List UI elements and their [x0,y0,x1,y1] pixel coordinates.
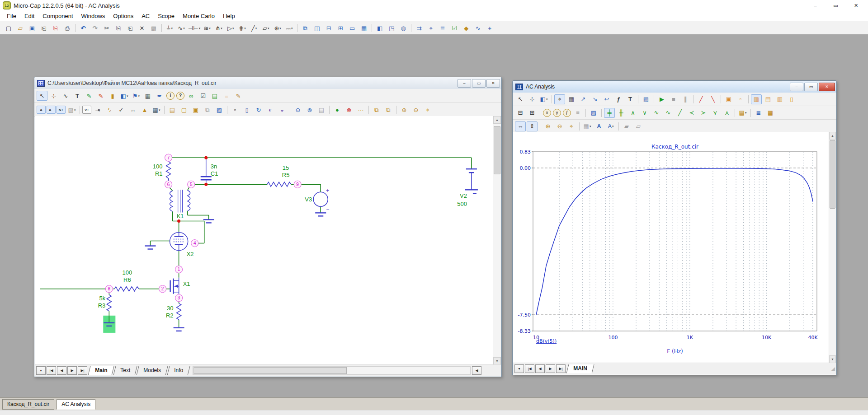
ground-symbol[interactable] [203,219,214,223]
node-numbers-icon[interactable]: N+ [57,106,66,114]
bring-to-front-icon[interactable]: ▰ [621,121,632,131]
graphics-mode-icon[interactable]: ◧▾ [538,94,549,104]
diagonal-wire-mode-icon[interactable]: ✎ [95,91,106,101]
scroll-up-icon[interactable]: ▲ [493,116,501,124]
run-icon[interactable]: ▶ [656,94,667,104]
zoom-in-icon[interactable]: ⊕ [542,121,553,131]
inflection-icon[interactable]: ╱ [675,108,685,118]
color-grid-icon[interactable]: ▦▾ [582,121,593,131]
schematic-window[interactable]: C:\Users\user\Desktop\Файли MC12\АаНова … [34,77,502,377]
go-previous-button[interactable]: ◀ [57,366,66,375]
select-mode-icon[interactable]: ↖ [515,94,526,104]
mirror-box-icon[interactable]: ▯ [241,105,252,115]
tile-vertical-icon[interactable]: ◫ [311,23,322,33]
page-border-icon[interactable]: ▤ [167,105,178,115]
zoom-100-icon[interactable]: ⌖ [566,121,577,131]
overlapped-graphs-icon[interactable]: ▥ [774,94,785,104]
tab-info[interactable]: Info [167,366,190,375]
graphics-mode-icon[interactable]: ◧▾ [119,91,130,101]
preferences-icon[interactable]: ◆ [461,23,472,33]
conditions-icon[interactable]: ✓ [116,105,127,115]
menu-help[interactable]: Help [219,12,239,20]
low-icon[interactable]: ∿ [663,108,674,118]
find-next-icon[interactable]: ⊚ [304,105,315,115]
data-points-icon[interactable]: ▦ [566,94,577,104]
component-X1[interactable]: X1 [170,278,190,294]
go-to-x-icon[interactable]: x [543,109,551,117]
horizontal-cursor-icon[interactable]: ⊟ [515,108,526,118]
stop-icon[interactable]: ■ [668,94,679,104]
color-icon[interactable]: ▨▾ [66,105,77,115]
schematic-horizontal-scrollbar[interactable] [193,366,471,375]
zoom-mode-icon[interactable]: ↩ [601,94,612,104]
scroll-left-icon[interactable]: ◀ [472,366,481,375]
go-next-button[interactable]: ▶ [546,364,555,373]
next-simulation-icon[interactable]: ↗ [578,94,589,104]
analysis-options-icon[interactable]: + [484,23,495,33]
rotate-icon[interactable]: ↻ [253,105,264,115]
sine-source-icon[interactable]: ⊕▾ [272,23,283,33]
scroll-up-icon[interactable]: ▲ [829,132,836,140]
menu-edit[interactable]: Edit [20,12,38,20]
numeric-output-icon[interactable]: ≣ [753,108,764,118]
high-icon[interactable]: ∿ [651,108,662,118]
inductor-icon[interactable]: ≋▾ [202,23,212,33]
ac-maximize-button[interactable]: ▭ [804,83,818,91]
tab-plot-main[interactable]: MAIN [566,364,594,373]
menu-component[interactable]: Component [38,12,77,20]
valley-icon[interactable]: ∨ [639,108,650,118]
go-previous-button[interactable]: ◀ [535,364,545,373]
slope-negative-icon[interactable]: ╲ [708,94,718,104]
text-mode-icon[interactable]: T [72,91,83,101]
ac-analysis-window[interactable]: AC Analysis – ▭ ✕ ↖⊹◧▾⌖▦↗↘↩ƒT▨▶■∥╱╲▣▫▥▤▥… [512,80,837,375]
one-graph-icon[interactable]: ▥ [751,94,762,104]
tab-text[interactable]: Text [113,366,137,375]
step-over-icon[interactable]: ⧉ [371,105,382,115]
schematic-minimize-button[interactable]: – [458,79,471,88]
text-mode-icon[interactable]: T [625,94,636,104]
region-enable-mode-icon[interactable]: ▤ [209,91,220,101]
minimize-button[interactable]: – [805,0,826,11]
component-V2[interactable]: V2 500 [457,169,478,207]
diode-icon[interactable]: ▷▾ [225,23,236,33]
clear-icon[interactable]: ✕ [137,23,147,33]
power-icon[interactable]: ϟ [104,105,115,115]
stacked-graphs-icon[interactable]: ▤ [763,94,774,104]
ground-icon[interactable]: ⏚▾ [164,23,175,33]
scrollbar-thumb[interactable] [193,367,347,374]
document-tab-schematic[interactable]: Каскод_R_out.cir [2,399,54,410]
ac-minimize-button[interactable]: – [790,83,803,91]
go-last-button[interactable]: ▶| [556,364,566,373]
slope-positive-icon[interactable]: ╱ [696,94,707,104]
plot-area[interactable]: 0.830.00-7.50-8.33101001K10K40KКаскод_R_… [513,132,829,363]
attribute-text-icon[interactable]: A [37,106,46,114]
go-icon[interactable]: ● [332,105,343,115]
font-icon[interactable]: A [594,121,604,131]
component-R1[interactable]: 100 R1 [153,161,171,181]
undo-icon[interactable]: ↶ [78,23,89,33]
maximize-button[interactable]: ▭ [826,0,846,11]
scrollbar-thumb[interactable] [830,140,835,209]
zoom-area-icon[interactable]: ⌖ [422,105,433,115]
notes-mode-icon[interactable]: ✎ [233,91,244,101]
attribute-value-icon[interactable]: A~ [47,106,56,114]
cross-reference-icon[interactable]: ⧉ [202,105,213,115]
copy-icon[interactable]: ⎘ [113,23,124,33]
pause-icon[interactable]: ∥ [680,94,691,104]
edit-data-icon[interactable]: ▨ [588,108,599,118]
maximize-window-icon[interactable]: ▭ [347,23,358,33]
macro-icon[interactable]: ▱▾ [260,23,271,33]
bus-mode-icon[interactable]: ▮ [107,91,118,101]
plot-list-button[interactable]: ▾ [36,366,46,375]
node-voltages-icon[interactable]: V+ [82,106,91,114]
open-file-icon[interactable]: ▱ [15,23,26,33]
cursor-mode-icon[interactable]: ⌖ [554,94,565,104]
font-style-icon[interactable]: A▾ [605,121,616,131]
find-icon[interactable]: ⊙ [292,105,303,115]
component-C1[interactable]: 3n C1 [201,158,218,184]
zoom-in-icon[interactable]: ⊕ [399,105,410,115]
export-pdf-icon[interactable]: ⎘ [50,23,61,33]
probe-icon[interactable]: ⌖ [425,23,436,33]
menu-options[interactable]: Options [109,12,137,20]
info-pen-mode-icon[interactable]: ✒ [154,91,165,101]
